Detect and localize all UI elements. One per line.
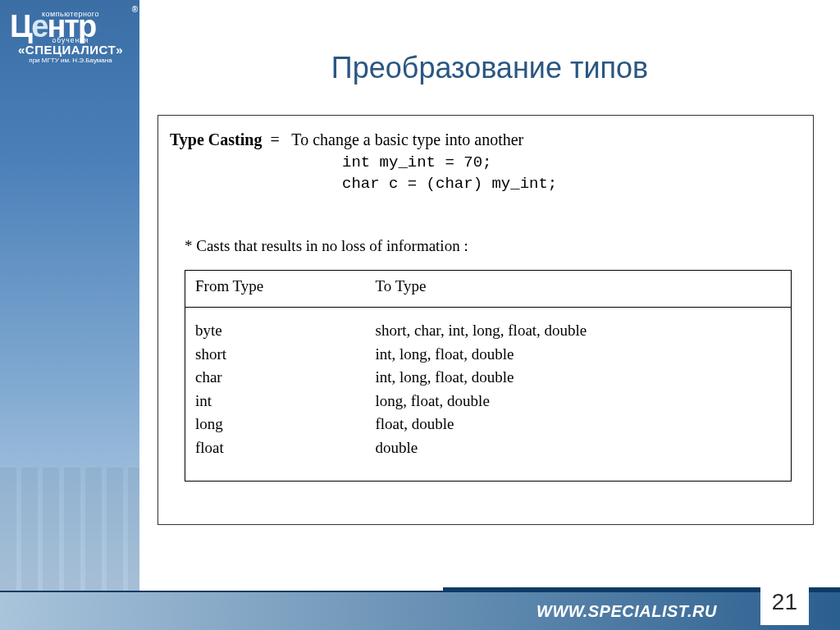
code-line-2: char c = (char) my_int;: [342, 174, 801, 195]
table-header-row: From Type To Type: [185, 271, 792, 308]
table-cell-from: float: [195, 436, 356, 460]
header-to-type: To Type: [366, 271, 792, 308]
type-casting-definition: Type Casting = To change a basic type in…: [170, 130, 801, 149]
table-cell-to: float, double: [376, 413, 782, 436]
page-number: 21: [760, 587, 809, 625]
type-casting-label: Type Casting: [170, 130, 262, 148]
content-panel: Преобразование типов Type Casting = To c…: [139, 0, 840, 591]
code-example: int my_int = 70; char c = (char) my_int;: [342, 153, 801, 194]
logo-specialist: «СПЕЦИАЛИСТ»: [10, 43, 131, 57]
table-body-row: byteshortcharintlongfloat short, char, i…: [185, 308, 792, 482]
table-cell-from: char: [195, 366, 356, 390]
registered-icon: ®: [132, 7, 136, 14]
table-cell-from: int: [195, 390, 356, 413]
table-cell-to: long, float, double: [376, 390, 782, 413]
to-type-cells: short, char, int, long, float, doubleint…: [376, 319, 782, 459]
logo: компьютерного Центр® обучения «СПЕЦИАЛИС…: [10, 10, 131, 64]
casts-note: * Casts that results in no loss of infor…: [185, 237, 801, 255]
casts-table: From Type To Type byteshortcharintlongfl…: [185, 270, 792, 482]
code-line-1: int my_int = 70;: [342, 153, 801, 174]
footer-bar: WWW.SPECIALIST.RU: [0, 591, 840, 630]
from-type-cells: byteshortcharintlongfloat: [195, 319, 356, 459]
footer-url: WWW.SPECIALIST.RU: [536, 602, 717, 621]
table-cell-from: long: [195, 413, 356, 436]
slide-title: Преобразование типов: [139, 51, 840, 85]
table-cell-to: double: [376, 436, 782, 460]
table-cell-to: int, long, float, double: [376, 366, 782, 390]
table-cell-to: short, char, int, long, float, double: [376, 319, 782, 343]
equals-sign: =: [270, 130, 279, 148]
header-from-type: From Type: [185, 271, 366, 308]
table-cell-from: byte: [195, 319, 356, 343]
type-casting-description: To change a basic type into another: [291, 130, 523, 148]
logo-affiliation: при МГТУ им. Н.Э.Баумана: [10, 57, 131, 64]
table-cell-to: int, long, float, double: [376, 343, 782, 367]
slide: Преобразование типов Type Casting = To c…: [0, 0, 840, 630]
content-box: Type Casting = To change a basic type in…: [158, 115, 814, 525]
table-cell-from: short: [195, 343, 356, 367]
